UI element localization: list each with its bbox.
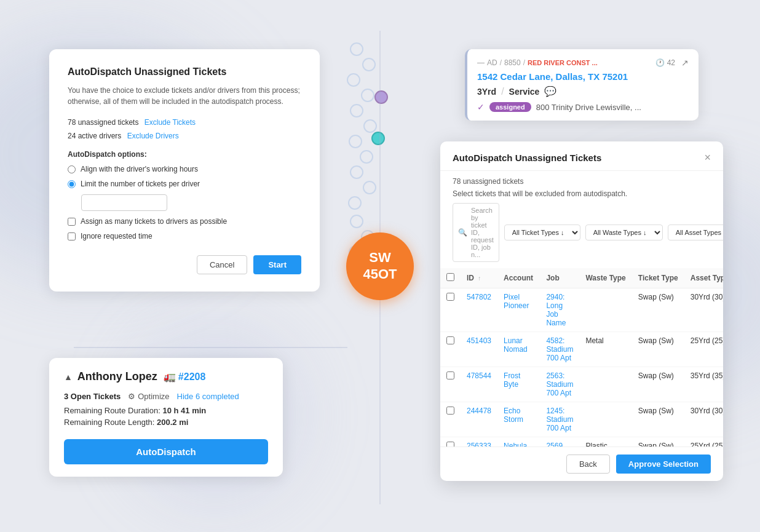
row-id-3[interactable]: 244478 (461, 402, 497, 437)
option3-label: Assign as many tickets to drivers as pos… (81, 217, 227, 226)
svg-point-13 (350, 215, 363, 228)
col-id[interactable]: ID ↑ (461, 268, 497, 288)
option3-checkbox[interactable] (68, 218, 76, 226)
search-icon: 🔍 (458, 228, 467, 237)
svg-point-12 (372, 132, 384, 145)
row-job-1[interactable]: 4582: Stadium 700 Apt (540, 332, 579, 367)
clock-icon: 🕐 (655, 58, 665, 67)
row-asset-type-3: 30Yrd (30) (684, 402, 723, 437)
search-placeholder: Search by ticket ID, request ID, job n..… (471, 207, 494, 258)
svg-point-9 (363, 181, 376, 194)
row-waste-2 (579, 367, 631, 402)
row-id-2[interactable]: 478544 (461, 367, 497, 402)
row-check-1[interactable] (440, 332, 461, 367)
assigned-address: 800 Trinity Drive Lewisville, ... (536, 103, 641, 112)
approve-button[interactable]: Approve Selection (616, 455, 711, 474)
row-checkbox-2[interactable] (446, 371, 454, 379)
modal-header: AutoDispatch Unassigned Tickets × (440, 141, 723, 171)
row-asset-type-2: 35Yrd (35) (684, 367, 723, 402)
row-account-4[interactable]: Nebula Ninja (497, 437, 540, 447)
option3-row[interactable]: Assign as many tickets to drivers as pos… (68, 217, 301, 226)
row-asset-type-4: 25Yrd (25) (684, 437, 723, 447)
row-job-2[interactable]: 2563: Stadium 700 Apt (540, 367, 579, 402)
svg-point-11 (375, 91, 387, 103)
optimize-label: Optimize (138, 392, 169, 401)
row-checkbox-4[interactable] (446, 442, 454, 447)
waste-type-filter[interactable]: All Waste Types ↓ (585, 224, 663, 240)
ticket-service-type: Service (509, 87, 540, 97)
row-account-0[interactable]: Pixel Pioneer (497, 288, 540, 332)
autodispatch-right-modal: AutoDispatch Unassigned Tickets × 78 una… (440, 141, 723, 481)
unassigned-tickets-row: 78 unassigned tickets Exclude Tickets (68, 118, 301, 127)
asset-type-filter[interactable]: All Asset Types ↓ (668, 224, 723, 240)
row-account-1[interactable]: Lunar Nomad (497, 332, 540, 367)
row-ticket-type-0: Swap (Sw) (632, 288, 684, 332)
external-link-icon[interactable]: ↗ (681, 58, 689, 68)
autodispatch-left-panel: AutoDispatch Unassigned Tickets You have… (49, 49, 320, 292)
route-length-row: Remaining Route Length: 200.2 mi (64, 418, 268, 427)
hide-completed-button[interactable]: Hide 6 completed (177, 392, 239, 401)
row-checkbox-1[interactable] (446, 336, 454, 344)
cancel-button[interactable]: Cancel (197, 255, 247, 274)
row-account-2[interactable]: Frost Byte (497, 367, 540, 402)
col-job[interactable]: Job (540, 268, 579, 288)
breadcrumb-number: 8850 (504, 58, 521, 67)
route-length-value: 200.2 mi (157, 418, 188, 427)
autodispatch-left-title: AutoDispatch Unassigned Tickets (68, 66, 301, 77)
row-job-4[interactable]: 2569 (540, 437, 579, 447)
row-job-0[interactable]: 2940: Long Job Name (540, 288, 579, 332)
option2-row[interactable]: Limit the number of tickets per driver (68, 180, 301, 188)
autodispatch-button[interactable]: AutoDispatch (64, 439, 268, 464)
assigned-badge: assigned (489, 102, 531, 112)
select-all-checkbox[interactable] (446, 273, 454, 281)
table-row: 256333 Nebula Ninja 2569 Plastic Swap (S… (440, 437, 723, 447)
row-id-1[interactable]: 451403 (461, 332, 497, 367)
modal-footer: Back Approve Selection (440, 447, 723, 481)
modal-close-button[interactable]: × (704, 151, 711, 164)
start-button[interactable]: Start (253, 255, 301, 274)
ticket-type-filter[interactable]: All Ticket Types ↓ (504, 224, 580, 240)
row-check-4[interactable] (440, 437, 461, 447)
option1-row[interactable]: Align with the driver's working hours (68, 165, 301, 173)
row-check-3[interactable] (440, 402, 461, 437)
row-checkbox-3[interactable] (446, 407, 454, 415)
gear-icon: ⚙ (128, 392, 135, 401)
breadcrumb-company: RED RIVER CONST ... (528, 59, 598, 66)
row-account-3[interactable]: Echo Storm (497, 402, 540, 437)
col-ticket-type[interactable]: Ticket Type (632, 268, 684, 288)
option4-row[interactable]: Ignore requested time (68, 232, 301, 240)
row-checkbox-0[interactable] (446, 293, 454, 301)
col-asset-type[interactable]: Asset Type (684, 268, 723, 288)
sw-badge-line1: SW (369, 250, 390, 266)
breadcrumb-ad: AD (487, 58, 497, 67)
option1-radio[interactable] (68, 165, 76, 173)
option4-checkbox[interactable] (68, 232, 76, 240)
modal-filters: 🔍 Search by ticket ID, request ID, job n… (440, 203, 723, 268)
chat-icon[interactable]: 💬 (544, 85, 556, 97)
driver-header: ▲ Anthony Lopez 🚛 #2208 (64, 370, 268, 383)
unassigned-tickets-label: 78 unassigned tickets (68, 118, 138, 127)
options-label: AutoDispatch options: (68, 150, 301, 159)
exclude-tickets-link[interactable]: Exclude Tickets (144, 118, 196, 127)
row-id-0[interactable]: 547802 (461, 288, 497, 332)
row-job-3[interactable]: 1245: Stadium 700 Apt (540, 402, 579, 437)
col-waste-type[interactable]: Waste Type (579, 268, 631, 288)
driver-name: Anthony Lopez (77, 370, 157, 383)
ticket-breadcrumb: — AD / 8850 / RED RIVER CONST ... 🕐 42 ↗ (477, 58, 689, 68)
row-check-2[interactable] (440, 367, 461, 402)
optimize-button[interactable]: ⚙ Optimize (128, 392, 169, 401)
exclude-drivers-link[interactable]: Exclude Drivers (127, 132, 179, 140)
driver-actions-row: 3 Open Tickets ⚙ Optimize Hide 6 complet… (64, 392, 268, 401)
option2-value-input[interactable]: 5 (81, 194, 167, 211)
col-account[interactable]: Account (497, 268, 540, 288)
row-check-0[interactable] (440, 288, 461, 332)
row-id-4[interactable]: 256333 (461, 437, 497, 447)
table-row: 547802 Pixel Pioneer 2940: Long Job Name… (440, 288, 723, 332)
row-waste-0 (579, 288, 631, 332)
back-button[interactable]: Back (566, 455, 610, 474)
option2-radio[interactable] (68, 180, 76, 188)
ticket-search-box[interactable]: 🔍 Search by ticket ID, request ID, job n… (453, 203, 499, 262)
driver-open-tickets: 3 Open Tickets (64, 392, 121, 401)
driver-truck-number: #2208 (178, 371, 206, 383)
row-waste-3 (579, 402, 631, 437)
